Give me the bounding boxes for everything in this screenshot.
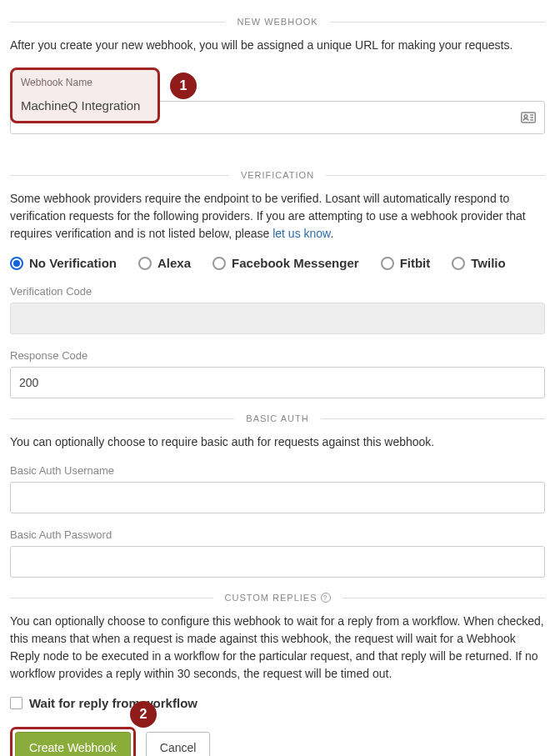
response-code-input[interactable] (10, 367, 545, 398)
custom-replies-description: You can optionally choose to configure t… (10, 613, 545, 683)
basic-auth-password-input[interactable] (10, 546, 545, 578)
wait-for-reply-checkbox[interactable]: Wait for reply from workflow (10, 696, 545, 710)
create-webhook-button[interactable]: Create Webhook (15, 732, 131, 756)
callout-badge-1: 1 (170, 73, 197, 99)
section-title-verification: VERIFICATION (229, 170, 326, 180)
basic-auth-username-field: Basic Auth Username (10, 464, 545, 513)
basic-auth-username-label: Basic Auth Username (10, 464, 545, 477)
callout-badge-2: 2 (130, 701, 157, 728)
radio-no-verification[interactable]: No Verification (10, 256, 117, 270)
contact-card-icon (521, 112, 536, 123)
radio-icon (452, 257, 465, 270)
basic-auth-password-field: Basic Auth Password (10, 528, 545, 578)
radio-icon (138, 257, 152, 270)
section-title-basic-auth: BASIC AUTH (234, 413, 320, 423)
verification-code-input[interactable] (10, 303, 545, 334)
new-webhook-description: After you create your new webhook, you w… (10, 37, 545, 54)
response-code-label: Response Code (10, 349, 545, 362)
help-icon[interactable]: ? (321, 593, 331, 603)
verification-description: Some webhook providers require the endpo… (10, 190, 545, 243)
verification-code-label: Verification Code (10, 285, 545, 298)
section-divider-basic-auth: BASIC AUTH (10, 413, 545, 423)
cancel-button[interactable]: Cancel (146, 732, 211, 756)
radio-fitbit[interactable]: Fitbit (381, 256, 431, 270)
basic-auth-description: You can optionally choose to require bas… (10, 433, 545, 451)
webhook-name-highlight: Webhook Name MachineQ Integration (10, 68, 160, 123)
form-buttons: Create Webhook Cancel (10, 727, 545, 756)
section-title-new-webhook: NEW WEBHOOK (225, 17, 329, 27)
checkbox-icon (10, 697, 22, 709)
section-divider-new-webhook: NEW WEBHOOK (10, 17, 545, 27)
radio-facebook-messenger[interactable]: Facebook Messenger (212, 256, 359, 270)
webhook-name-label: Webhook Name (21, 77, 149, 88)
section-divider-verification: VERIFICATION (10, 170, 545, 180)
radio-icon (10, 257, 23, 270)
section-divider-custom-replies: CUSTOM REPLIES ? (10, 593, 545, 603)
radio-twilio[interactable]: Twilio (452, 256, 505, 270)
section-title-custom-replies: CUSTOM REPLIES ? (213, 593, 342, 603)
webhook-name-row: Webhook Name MachineQ Integration 1 (10, 68, 545, 123)
basic-auth-password-label: Basic Auth Password (10, 528, 545, 541)
response-code-field: Response Code (10, 349, 545, 398)
webhook-name-input[interactable]: MachineQ Integration (21, 93, 149, 113)
svg-point-1 (524, 115, 528, 118)
basic-auth-username-input[interactable] (10, 482, 545, 513)
let-us-know-link[interactable]: let us know (272, 227, 330, 240)
verification-radio-group: No Verification Alexa Facebook Messenger… (10, 256, 545, 270)
radio-icon (212, 257, 226, 270)
verification-code-field: Verification Code (10, 285, 545, 334)
radio-alexa[interactable]: Alexa (138, 256, 191, 270)
svg-rect-0 (522, 113, 536, 123)
create-button-highlight: Create Webhook (10, 727, 136, 756)
radio-icon (381, 257, 394, 270)
